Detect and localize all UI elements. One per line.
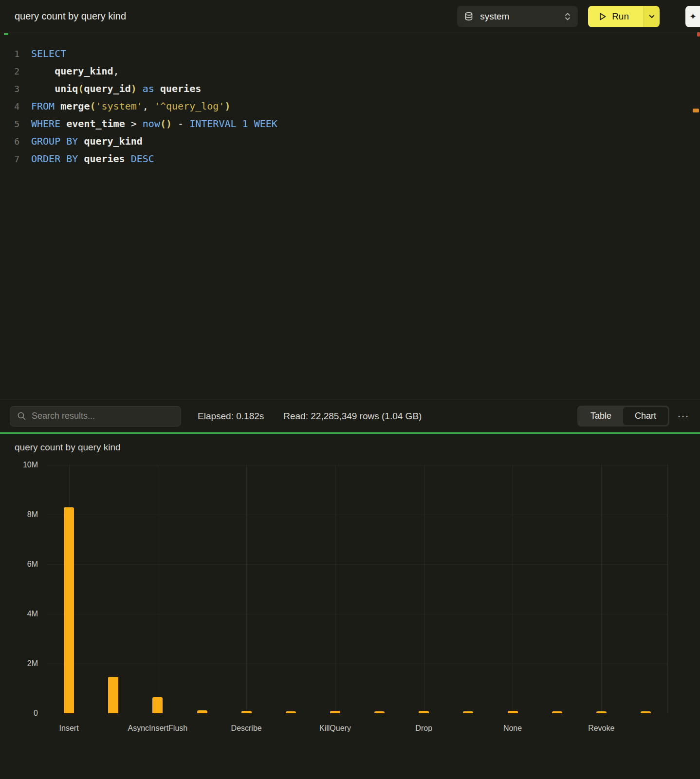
code-line[interactable]: 5WHERE event_time > now() - INTERVAL 1 W… [0, 115, 700, 132]
code-text: WHERE event_time > now() - INTERVAL 1 WE… [31, 118, 277, 130]
bar [419, 711, 429, 713]
gridline-vertical [667, 465, 668, 713]
chart-plot [47, 465, 668, 713]
run-button[interactable]: Run [588, 6, 644, 27]
search-icon [17, 411, 26, 421]
database-selector[interactable]: system [457, 6, 578, 27]
line-number: 4 [0, 101, 19, 111]
gridline-vertical [424, 465, 424, 713]
tab-table[interactable]: Table [579, 407, 623, 425]
bar [197, 710, 207, 713]
gridline-vertical [158, 465, 158, 713]
scrollbar-warning-marker [693, 109, 699, 112]
database-selector-value: system [480, 11, 558, 22]
bar [552, 711, 562, 713]
bar [152, 697, 163, 713]
gridline-horizontal [47, 515, 668, 515]
run-split-button: Run [588, 6, 660, 27]
code-text: FROM merge('system', '^query_log') [31, 100, 230, 112]
search-input[interactable] [32, 411, 174, 421]
line-number: 1 [0, 49, 19, 59]
code-line[interactable]: 2 query_kind, [0, 62, 700, 80]
bar [374, 711, 385, 713]
database-icon [464, 12, 474, 21]
chart-panel: query count by query kind 10M8M6M4M2M0In… [0, 434, 700, 779]
y-axis-tick-label: 10M [0, 460, 38, 470]
play-icon [599, 12, 607, 21]
bar [596, 711, 607, 713]
chart-area: 10M8M6M4M2M0InsertAsyncInsertFlushDescri… [0, 465, 700, 762]
x-axis-tick-label: Drop [415, 724, 432, 733]
line-number: 2 [0, 66, 19, 76]
y-axis-tick-label: 2M [0, 659, 38, 668]
gridline-vertical [335, 465, 335, 713]
bar [64, 507, 74, 713]
code-text: SELECT [31, 48, 66, 59]
code-line[interactable]: 6GROUP BY query_kind [0, 132, 700, 150]
x-axis-tick-label: AsyncInsertFlush [128, 724, 187, 733]
code-text: ORDER BY queries DESC [31, 153, 154, 165]
code-line[interactable]: 7ORDER BY queries DESC [0, 150, 700, 167]
scrollbar-error-marker [697, 32, 700, 37]
line-number: 7 [0, 154, 19, 164]
code-line[interactable]: 4FROM merge('system', '^query_log') [0, 97, 700, 115]
y-axis-tick-label: 0 [0, 708, 38, 718]
line-number: 3 [0, 84, 19, 94]
gridline-horizontal [47, 564, 668, 565]
x-axis-tick-label: KillQuery [319, 724, 351, 733]
gridline-horizontal [47, 664, 668, 664]
line-number: 5 [0, 119, 19, 129]
gridline-vertical [601, 465, 602, 713]
bar [330, 711, 340, 713]
more-options-button[interactable]: ⋯ [677, 410, 689, 422]
query-title: query count by query kind [15, 11, 126, 22]
gridline-vertical [246, 465, 247, 713]
bar [286, 711, 296, 713]
code-lines: 1SELECT2 query_kind,3 uniq(query_id) as … [0, 45, 700, 167]
gridline-vertical [513, 465, 513, 713]
run-button-label: Run [612, 11, 629, 22]
code-line[interactable]: 3 uniq(query_id) as queries [0, 80, 700, 97]
chevron-down-icon [649, 15, 655, 19]
chart-title: query count by query kind [0, 434, 700, 453]
sql-editor[interactable]: 1SELECT2 query_kind,3 uniq(query_id) as … [0, 33, 700, 399]
view-toggle: Table Chart [577, 406, 669, 427]
elapsed-stat: Elapsed: 0.182s [198, 411, 264, 422]
top-bar: query count by query kind system [0, 0, 700, 33]
results-toolbar: Elapsed: 0.182s Read: 22,285,349 rows (1… [0, 399, 700, 432]
line-number: 6 [0, 136, 19, 147]
x-axis-tick-label: Describe [231, 724, 262, 733]
partially-visible-button[interactable]: ✦ [685, 6, 700, 27]
bar [508, 711, 518, 713]
top-bar-actions: system Run [457, 6, 700, 27]
bar [463, 711, 473, 713]
y-axis-tick-label: 8M [0, 510, 38, 519]
x-axis-tick-label: None [503, 724, 522, 733]
code-text: GROUP BY query_kind [31, 135, 143, 147]
gridline-horizontal [47, 614, 668, 614]
run-options-button[interactable] [644, 6, 660, 27]
bar [641, 711, 651, 713]
editor-green-tick-decoration [4, 33, 8, 35]
code-line[interactable]: 1SELECT [0, 45, 700, 62]
code-text: query_kind, [31, 65, 119, 77]
chevron-up-down-icon [564, 12, 571, 21]
x-axis-tick-label: Revoke [588, 724, 614, 733]
bar [108, 677, 118, 713]
gridline-horizontal [47, 465, 668, 465]
search-box[interactable] [10, 406, 181, 427]
y-axis-tick-label: 6M [0, 559, 38, 569]
x-axis-tick-label: Insert [59, 724, 79, 733]
code-text: uniq(query_id) as queries [31, 83, 201, 94]
tab-chart[interactable]: Chart [623, 407, 668, 425]
y-axis-tick-label: 4M [0, 609, 38, 619]
read-stat: Read: 22,285,349 rows (1.04 GB) [283, 411, 422, 422]
bar [241, 711, 252, 713]
sparkle-icon: ✦ [689, 11, 697, 22]
